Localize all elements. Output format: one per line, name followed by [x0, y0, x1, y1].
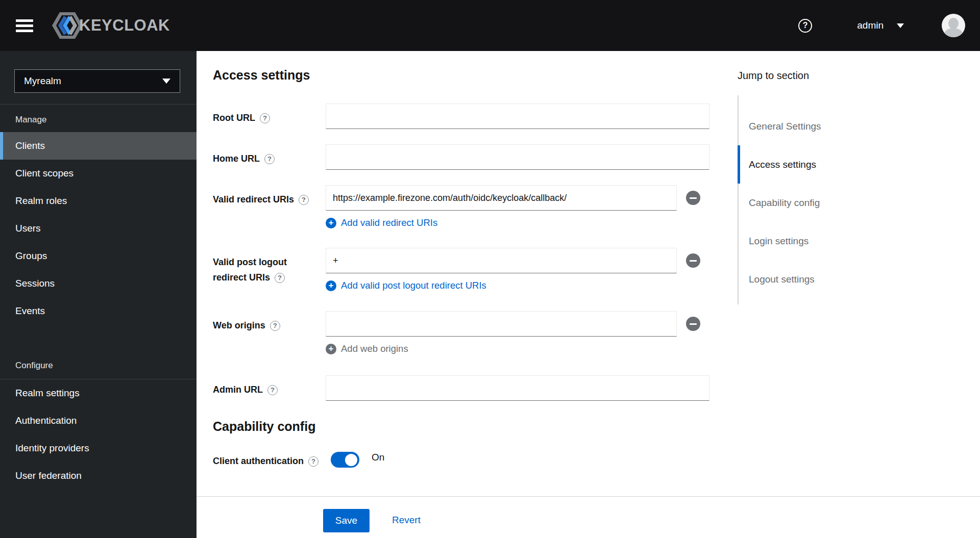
help-icon[interactable]: ? — [798, 19, 812, 33]
client-authentication-state: On — [372, 452, 384, 469]
post-logout-label-line2: redirect URIs — [213, 272, 270, 283]
client-authentication-help-icon[interactable]: ? — [308, 456, 318, 467]
client-authentication-label: Client authentication — [213, 456, 304, 466]
web-origins-label: Web origins — [213, 320, 265, 330]
form-row-valid-redirect-uris: Valid redirect URIs? + Add valid redirec… — [213, 185, 728, 228]
form-row-post-logout-redirect-uris: Valid post logout redirect URIs? + Add v… — [213, 248, 728, 291]
jump-to-section-panel: Jump to section General Settings Access … — [738, 51, 891, 82]
brand-text: KEYCLOAK — [79, 16, 170, 35]
masthead: KEYCLOAK ? admin — [0, 0, 980, 51]
jump-item-logout-settings[interactable]: Logout settings — [738, 260, 891, 298]
post-logout-label-line1: Valid post logout — [213, 257, 287, 267]
root-url-help-icon[interactable]: ? — [260, 113, 270, 123]
valid-redirect-uri-input[interactable] — [326, 185, 677, 211]
sidebar: Myrealm Manage Clients Client scopes Rea… — [0, 51, 197, 538]
add-post-logout-redirect-uris-link[interactable]: + Add valid post logout redirect URIs — [326, 280, 728, 291]
form-row-web-origins: Web origins? + Add web origins — [213, 311, 728, 354]
sidebar-item-users[interactable]: Users — [0, 215, 197, 242]
admin-url-help-icon[interactable]: ? — [267, 385, 278, 395]
main-content: Access settings Root URL? Home URL? — [197, 51, 980, 538]
toggle-knob — [345, 454, 357, 466]
admin-url-label: Admin URL — [213, 385, 263, 395]
remove-redirect-uri-button[interactable] — [686, 191, 700, 205]
jump-to-section-title: Jump to section — [738, 70, 891, 82]
web-origins-help-icon[interactable]: ? — [270, 321, 280, 331]
home-url-label: Home URL — [213, 153, 260, 164]
sidebar-item-authentication[interactable]: Authentication — [0, 407, 197, 434]
valid-redirect-uris-label: Valid redirect URIs — [213, 194, 294, 204]
sidebar-item-realm-roles[interactable]: Realm roles — [0, 187, 197, 215]
web-origins-input[interactable] — [326, 311, 677, 337]
valid-redirect-uris-help-icon[interactable]: ? — [299, 195, 309, 205]
form-row-home-url: Home URL? — [213, 144, 728, 170]
remove-web-origin-button[interactable] — [686, 317, 700, 331]
sidebar-item-identity-providers[interactable]: Identity providers — [0, 434, 197, 462]
jump-item-login-settings[interactable]: Login settings — [738, 222, 891, 260]
add-web-origins-link[interactable]: + Add web origins — [326, 343, 728, 354]
sidebar-item-client-scopes[interactable]: Client scopes — [0, 160, 197, 187]
form-row-admin-url: Admin URL? — [213, 375, 728, 401]
realm-selector-block: Myrealm — [0, 51, 197, 105]
sidebar-item-user-federation[interactable]: User federation — [0, 462, 197, 490]
save-button[interactable]: Save — [323, 509, 370, 532]
form-row-root-url: Root URL? — [213, 104, 728, 129]
sidebar-item-groups[interactable]: Groups — [0, 242, 197, 270]
sidebar-item-events[interactable]: Events — [0, 297, 197, 325]
root-url-label: Root URL — [213, 113, 255, 123]
revert-button[interactable]: Revert — [392, 515, 421, 526]
access-settings-heading: Access settings — [213, 68, 728, 83]
chevron-down-icon — [897, 23, 904, 28]
username: admin — [857, 20, 884, 31]
remove-post-logout-uri-button[interactable] — [686, 253, 700, 268]
chevron-down-icon — [162, 79, 170, 84]
sidebar-item-sessions[interactable]: Sessions — [0, 270, 197, 297]
user-dropdown[interactable]: admin — [857, 20, 904, 31]
client-authentication-toggle[interactable] — [331, 452, 359, 468]
post-logout-help-icon[interactable]: ? — [275, 273, 285, 283]
realm-selector-value: Myrealm — [24, 75, 162, 87]
post-logout-redirect-uri-input[interactable] — [326, 248, 677, 273]
home-url-input[interactable] — [326, 144, 709, 170]
keycloak-logo: KEYCLOAK — [52, 11, 170, 40]
nav-section-configure: Configure — [0, 350, 197, 378]
keycloak-hexagon-icon — [52, 11, 83, 40]
jump-item-general-settings[interactable]: General Settings — [738, 107, 891, 145]
realm-selector[interactable]: Myrealm — [14, 69, 180, 93]
plus-circle-icon: + — [326, 280, 336, 291]
root-url-input[interactable] — [326, 104, 709, 129]
active-section-indicator — [738, 145, 740, 184]
form-row-client-authentication: Client authentication? On — [213, 452, 728, 469]
sidebar-item-clients[interactable]: Clients — [0, 132, 197, 160]
add-valid-redirect-uris-link[interactable]: + Add valid redirect URIs — [326, 217, 728, 228]
jump-item-capability-config[interactable]: Capability config — [738, 184, 891, 222]
hamburger-menu-icon[interactable] — [16, 19, 33, 32]
sidebar-item-realm-settings[interactable]: Realm settings — [0, 379, 197, 407]
nav-section-manage: Manage — [0, 105, 197, 132]
home-url-help-icon[interactable]: ? — [264, 154, 275, 164]
form-action-bar: Save Revert — [197, 496, 980, 538]
admin-url-input[interactable] — [326, 375, 709, 401]
jump-item-access-settings[interactable]: Access settings — [738, 145, 891, 184]
plus-circle-icon: + — [326, 218, 336, 228]
capability-config-heading: Capability config — [213, 419, 728, 434]
plus-circle-icon: + — [326, 344, 336, 354]
avatar[interactable] — [942, 14, 965, 37]
